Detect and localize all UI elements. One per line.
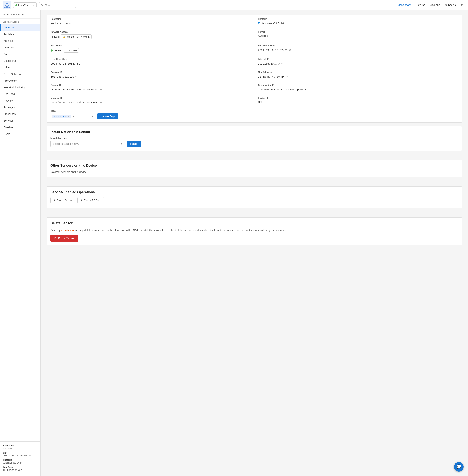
sidebar-bottom-platform: Platform Windows x86 64 bit (3, 459, 38, 464)
lock-icon: 🔒 (63, 35, 66, 38)
enrollment-date-cell: Enrollment Date 2021-03-10 16:57:09 ⧉ (254, 42, 462, 55)
seal-status-value: Sealed 🛡 Unseal (51, 48, 250, 53)
platform-cell: Platform ⊞ Windows x86 64 bit (254, 15, 462, 28)
run-yara-scan-button[interactable]: 👁 Run YARA Scan (77, 197, 104, 203)
other-sensors-section: Other Sensors on this Device No other se… (46, 160, 462, 177)
settings-button[interactable]: ⚙ (459, 2, 465, 9)
sidebar-item-artifacts[interactable]: Artifacts (0, 38, 41, 44)
enrollment-date-copy-button[interactable]: ⧉ (289, 48, 291, 52)
tag-remove-button[interactable]: ✕ (68, 115, 70, 118)
sidebar-item-console[interactable]: Console (0, 51, 41, 58)
search-input[interactable] (45, 4, 67, 7)
back-to-sensors-link[interactable]: ← Back to Sensors (0, 10, 41, 19)
eye-icon-2: 👁 (80, 199, 83, 202)
search-box (39, 2, 76, 8)
sidebar-item-file-system[interactable]: File System (0, 77, 41, 84)
nav-links: Organizations Groups Add-ons Support ▾ ⚙ (393, 2, 465, 9)
tags-row: workstations ✕ ✕ ▾ Update Tags (51, 113, 458, 119)
org-id-copy-button[interactable]: ⧉ (307, 88, 310, 91)
unseal-button[interactable]: 🛡 Unseal (64, 48, 79, 53)
other-sensors-title: Other Sensors on this Device (50, 164, 458, 168)
sidebar-item-users[interactable]: Users (0, 131, 41, 137)
network-access-cell: Network Access Allowed 🔒 Isolate From Ne… (47, 28, 254, 42)
delete-sensor-button[interactable]: 🗑 Delete Sensor (50, 235, 78, 241)
tag-chip: workstations ✕ (52, 115, 71, 118)
last-alive-value: 2024-09-26 19:40:52 ⧉ (51, 62, 250, 66)
nav-link-groups[interactable]: Groups (414, 2, 427, 8)
installation-key-select[interactable]: Select installation key... ▾ (50, 141, 124, 147)
app-layout: ← Back to Sensors WORKSTATION Overview A… (0, 10, 468, 476)
org-name: LimaCharlie (18, 4, 32, 7)
sidebar-item-services[interactable]: Services (0, 117, 41, 124)
tags-input-container[interactable]: workstations ✕ ✕ ▾ (51, 114, 95, 119)
sealed-dot-icon (51, 49, 53, 52)
sidebar-item-overview[interactable]: Overview (0, 24, 41, 31)
mac-address-copy-button[interactable]: ⧉ (286, 75, 288, 78)
delete-sensor-title: Delete Sensor (50, 221, 458, 225)
sidebar-item-event-collection[interactable]: Event Collection (0, 71, 41, 77)
chat-bubble-button[interactable]: 💬 (454, 462, 464, 472)
org-status-dot (15, 4, 17, 6)
sidebar: ← Back to Sensors WORKSTATION Overview A… (0, 10, 41, 476)
sidebar-item-drivers[interactable]: Drivers (0, 64, 41, 71)
support-chevron-icon: ▾ (455, 3, 456, 6)
last-alive-copy-button[interactable]: ⧉ (81, 62, 84, 66)
no-sensors-text: No other sensors on this device. (50, 171, 458, 174)
installer-id-cell: Installer ID e3cb4fb0-112e-40d4-b46b-2c8… (47, 94, 254, 107)
tags-clear-button[interactable]: ✕ (72, 115, 74, 118)
info-card: Hostname workstation ⧉ Platform ⊞ Window… (46, 15, 462, 122)
install-button[interactable]: Install (127, 141, 141, 147)
windows-icon: ⊞ (258, 21, 260, 25)
sidebar-item-autoruns[interactable]: Autoruns (0, 44, 41, 51)
mac-address-value: 12-3A-BC-4D-56-EF ⧉ (258, 75, 458, 78)
last-alive-cell: Last Time Alive 2024-09-26 19:40:52 ⧉ (47, 55, 254, 68)
nav-link-organizations[interactable]: Organizations (393, 2, 413, 8)
external-ip-value: 162.249.162.190 ⧉ (51, 75, 250, 78)
sweep-sensor-button[interactable]: 👁 Sweep Sensor (50, 197, 75, 203)
update-tags-button[interactable]: Update Tags (97, 113, 118, 119)
delete-sensor-section: Delete Sensor Deleting workstation will … (46, 218, 462, 245)
nav-link-addons[interactable]: Add-ons (428, 2, 442, 8)
sidebar-item-live-feed[interactable]: Live Feed (0, 91, 41, 97)
sidebar-item-packages[interactable]: Packages (0, 104, 41, 111)
sidebar-bottom-hostname: Hostname workstation (3, 444, 38, 450)
back-link-label: Back to Sensors (7, 13, 24, 16)
isolate-from-network-button[interactable]: 🔒 Isolate From Network (61, 34, 92, 39)
sidebar-item-detections[interactable]: Detections (0, 58, 41, 64)
logo (3, 1, 11, 9)
sidebar-bottom-last-seen: Last Seen 2024-09-26 19:40:52 (3, 466, 38, 472)
sensor-id-value: a8f8ca97-8614-438d-qb26-19103e8c80b1 ⧉ (51, 88, 250, 91)
org-selector[interactable]: LimaCharlie ▾ (13, 2, 37, 8)
install-net-title: Install Net on this Sensor (50, 130, 458, 134)
install-row: Select installation key... ▾ Install (50, 141, 458, 147)
install-select-chevron-icon: ▾ (121, 142, 122, 145)
hostname-copy-button[interactable]: ⧉ (69, 21, 72, 25)
search-icon (41, 3, 44, 7)
sidebar-section-title: WORKSTATION (0, 19, 41, 24)
kernel-value: Available (258, 34, 458, 37)
svg-line-4 (43, 5, 44, 6)
installer-id-copy-button[interactable]: ⧉ (100, 101, 102, 104)
platform-value: ⊞ Windows x86 64 bit (258, 21, 458, 25)
sidebar-bottom-sid: SID a8f8ca97-8614-438d-qb26-1910... (3, 452, 38, 457)
topnav: LimaCharlie ▾ Organizations Groups Add-o… (0, 0, 468, 10)
sidebar-item-processes[interactable]: Processes (0, 111, 41, 117)
nav-link-support[interactable]: Support ▾ (443, 2, 458, 8)
internal-ip-copy-button[interactable]: ⧉ (281, 62, 283, 66)
eye-icon: 👁 (53, 199, 56, 202)
service-ops-section: Service-Enabled Operations 👁 Sweep Senso… (46, 186, 462, 208)
sidebar-item-integrity-monitoring[interactable]: Integrity Monitoring (0, 84, 41, 91)
org-id-value: a123b456-7de8-9012-fg3h-456i7j89k012 ⧉ (258, 88, 458, 91)
tags-chevron-icon[interactable]: ▾ (92, 115, 93, 118)
sensor-id-copy-button[interactable]: ⧉ (100, 88, 102, 91)
external-ip-copy-button[interactable]: ⧉ (75, 75, 78, 78)
tags-cell: Tags workstations ✕ ✕ ▾ Update Tags (47, 107, 462, 122)
device-id-value: N/A (258, 101, 458, 104)
divider-3 (46, 213, 462, 213)
service-ops-buttons: 👁 Sweep Sensor 👁 Run YARA Scan (50, 197, 458, 205)
sidebar-item-network[interactable]: Network (0, 97, 41, 104)
external-ip-cell: External IP 162.249.162.190 ⧉ (47, 68, 254, 81)
sidebar-item-analytics[interactable]: Analytics (0, 31, 41, 38)
sidebar-item-timeline[interactable]: Timeline (0, 124, 41, 131)
chat-icon: 💬 (456, 464, 461, 469)
